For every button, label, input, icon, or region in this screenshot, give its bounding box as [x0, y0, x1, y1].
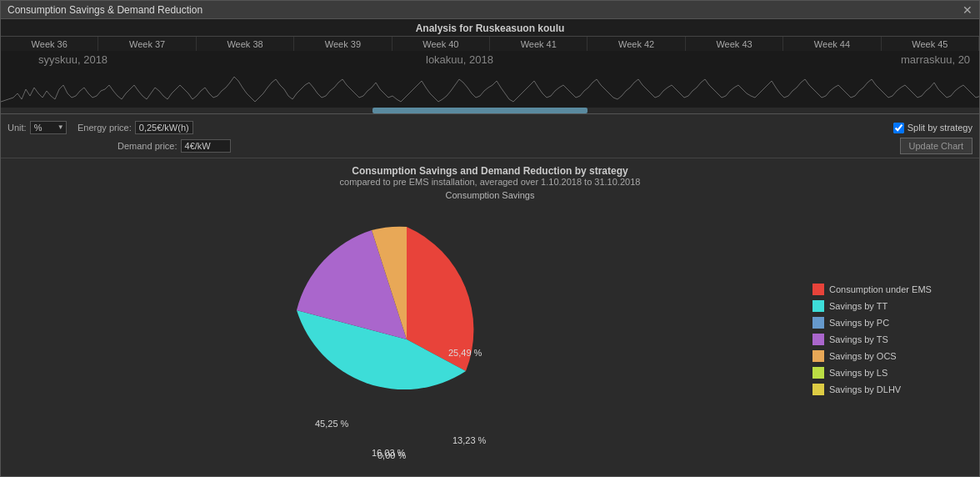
legend-color-ts [812, 334, 824, 345]
close-button[interactable]: ✕ [962, 4, 972, 16]
demand-price-value: 4€/kW [181, 139, 231, 153]
title-bar: Consumption Savings & Demand Reduction ✕ [1, 1, 979, 19]
unit-select[interactable]: % kWh [30, 121, 67, 134]
chart-main-title: Consumption Savings and Demand Reduction… [1, 165, 979, 177]
main-window: Consumption Savings & Demand Reduction ✕… [0, 0, 980, 477]
split-by-strategy-group: Split by strategy [893, 123, 972, 133]
legend-item-dlhv: Savings by DLHV [812, 384, 962, 395]
legend-color-dlhv [812, 384, 824, 395]
chart-section-title: Consumption Savings [1, 190, 979, 200]
pie-label-zero: 0,00 % [378, 450, 406, 460]
pie-container: 25,49 % 45,25 % 13,23 % 16,03 % 0,00 % [9, 202, 804, 476]
analysis-title: Analysis for Ruskeasuon koulu [1, 19, 979, 36]
chart-subtitle: compared to pre EMS installation, averag… [1, 177, 979, 187]
week-label-36: Week 36 [1, 37, 98, 51]
week-label-39: Week 39 [294, 37, 392, 51]
demand-price-label: Demand price: [118, 141, 178, 151]
legend-item-ocs: Savings by OCS [812, 350, 962, 362]
controls-top-row: Unit: % kWh ▼ Energy price: 0,25€/kW(h) … [8, 118, 972, 138]
chart-area: 25,49 % 45,25 % 13,23 % 16,03 % 0,00 % C… [1, 202, 979, 476]
legend-color-ls [812, 367, 824, 379]
legend-label-dlhv: Savings by DLHV [829, 384, 901, 394]
main-content: Consumption Savings and Demand Reduction… [1, 158, 979, 476]
window-title: Consumption Savings & Demand Reduction [8, 4, 202, 16]
legend-label-ts: Savings by TS [829, 334, 888, 344]
pie-label-ocs: 13,23 % [452, 435, 487, 445]
energy-price-label: Energy price: [78, 123, 132, 133]
unit-dropdown-wrapper[interactable]: % kWh ▼ [30, 121, 67, 134]
legend-color-ems [812, 284, 824, 295]
legend-container: Consumption under EMS Savings by TT Savi… [804, 202, 971, 476]
chart-title-area: Consumption Savings and Demand Reduction… [1, 158, 979, 202]
legend-color-tt [812, 300, 824, 312]
week-label-40: Week 40 [392, 37, 490, 51]
controls-right: Split by strategy [893, 123, 972, 133]
scrubber-handle[interactable] [372, 108, 588, 113]
legend-label-ls: Savings by LS [829, 368, 888, 378]
split-by-strategy-label[interactable]: Split by strategy [908, 123, 972, 133]
legend-item-tt: Savings by TT [812, 300, 962, 312]
controls-area: Unit: % kWh ▼ Energy price: 0,25€/kW(h) … [1, 114, 979, 158]
timeline-section: Analysis for Ruskeasuon koulu Week 36 We… [1, 19, 979, 114]
week-label-37: Week 37 [98, 37, 196, 51]
pie-label-ems: 25,49 % [448, 348, 482, 358]
legend-label-pc: Savings by PC [829, 318, 889, 328]
legend-label-ocs: Savings by OCS [829, 351, 897, 361]
week-label-43: Week 43 [686, 37, 783, 51]
legend-color-pc [812, 317, 824, 329]
week-label-41: Week 41 [490, 37, 588, 51]
legend-item-pc: Savings by PC [812, 317, 962, 329]
week-labels-row: Week 36 Week 37 Week 38 Week 39 Week 40 … [1, 36, 979, 51]
week-label-38: Week 38 [197, 37, 294, 51]
legend-color-ocs [812, 350, 824, 362]
legend-item-ts: Savings by TS [812, 334, 962, 345]
unit-label: Unit: [8, 123, 27, 133]
week-label-45: Week 45 [882, 37, 979, 51]
legend-item-ems: Consumption under EMS [812, 284, 962, 295]
update-chart-button[interactable]: Update Chart [900, 138, 972, 154]
pie-label-tt: 45,25 % [315, 419, 349, 429]
week-label-42: Week 42 [588, 37, 685, 51]
split-by-strategy-checkbox[interactable] [893, 123, 904, 133]
controls-bottom-row: Demand price: 4€/kW Update Chart [118, 138, 972, 154]
legend-item-ls: Savings by LS [812, 367, 962, 379]
week-label-44: Week 44 [783, 37, 881, 51]
energy-price-value: 0,25€/kW(h) [135, 121, 193, 134]
mini-chart-svg [1, 64, 979, 113]
legend-label-tt: Savings by TT [829, 301, 888, 311]
pie-chart-svg: 25,49 % 45,25 % 13,23 % 16,03 % 0,00 % [248, 218, 565, 460]
legend-label-ems: Consumption under EMS [829, 284, 932, 294]
